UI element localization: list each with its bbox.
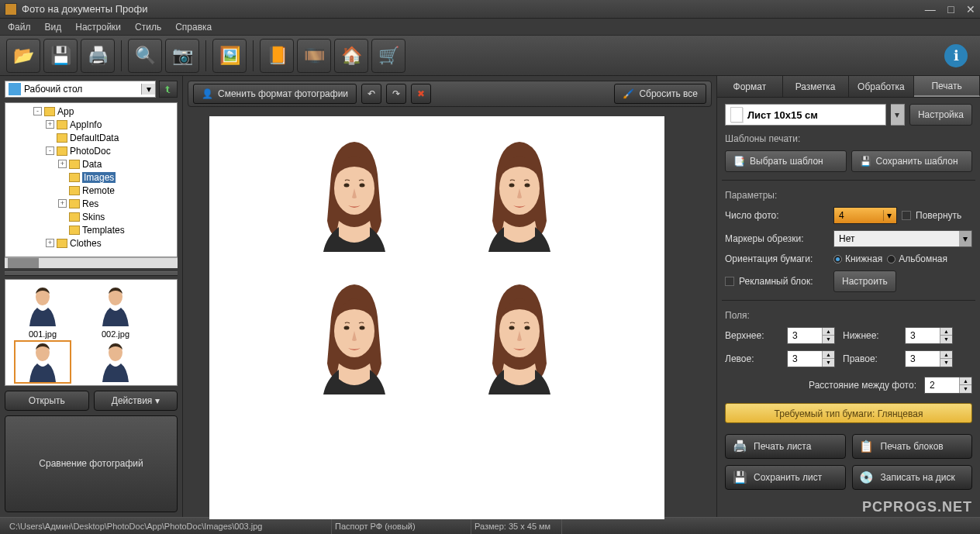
thumbnail-item[interactable]: 003.jpg xyxy=(7,340,78,386)
location-combo[interactable]: Рабочий стол ▾ xyxy=(5,81,156,98)
tab-layout[interactable]: Разметка xyxy=(783,76,849,97)
rotate-label: Повернуть xyxy=(916,210,961,221)
info-button[interactable]: ℹ xyxy=(944,44,968,67)
menu-style[interactable]: Стиль xyxy=(135,22,161,33)
open-folder-button[interactable]: 📂 xyxy=(6,39,40,73)
paper-dropdown-icon[interactable]: ▾ xyxy=(891,104,905,126)
thumbnail-item[interactable]: 001.jpg xyxy=(7,284,78,339)
tree-item[interactable]: +AppInfo xyxy=(5,118,177,131)
canvas[interactable] xyxy=(188,112,712,512)
tree-item[interactable]: +Res xyxy=(5,197,177,210)
left-panel: Рабочий стол ▾ ⮬ -App+AppInfoDefaultData… xyxy=(0,76,183,517)
paper-size-combo[interactable]: Лист 10x15 см xyxy=(725,104,886,126)
tree-label: AppInfo xyxy=(70,119,102,130)
print-sheet-button[interactable]: 🖨️Печать листа xyxy=(725,434,846,459)
save-sheet-button[interactable]: 💾Сохранить лист xyxy=(725,465,846,490)
menu-view[interactable]: Вид xyxy=(45,22,62,33)
margin-top-spinner[interactable]: 3▲▼ xyxy=(787,327,835,344)
folder-tree[interactable]: -App+AppInfoDefaultData-PhotoDoc+DataIma… xyxy=(5,102,178,257)
tree-expander[interactable]: - xyxy=(33,107,42,115)
save-button[interactable]: 💾 xyxy=(43,39,78,73)
tree-item[interactable]: Remote xyxy=(5,184,177,197)
photo-cell[interactable] xyxy=(444,124,595,256)
help-button[interactable]: 📙 xyxy=(260,39,294,73)
tree-expander[interactable]: + xyxy=(58,199,67,208)
rotate-checkbox[interactable] xyxy=(902,211,911,220)
photo-cell[interactable] xyxy=(444,267,595,398)
tree-label: Res xyxy=(82,198,98,209)
zoom-button[interactable]: 🔍 xyxy=(128,39,162,73)
crop-markers-combo[interactable]: Нет▾ xyxy=(833,230,972,247)
tab-format[interactable]: Формат xyxy=(717,76,783,97)
tab-processing[interactable]: Обработка xyxy=(849,76,915,97)
photo-cell[interactable] xyxy=(279,267,430,398)
menu-file[interactable]: Файл xyxy=(8,22,31,33)
location-dropdown-icon[interactable]: ▾ xyxy=(141,84,155,95)
tree-expander[interactable]: + xyxy=(46,239,54,247)
tree-item[interactable]: Templates xyxy=(5,223,177,236)
home-button[interactable]: 🏠 xyxy=(334,39,368,73)
menu-help[interactable]: Справка xyxy=(175,22,212,33)
tree-item[interactable]: +Clothes xyxy=(5,236,177,250)
cart-button[interactable]: 🛒 xyxy=(371,39,405,73)
rotate-left-button[interactable]: ↶ xyxy=(361,84,381,104)
thumbnail-item[interactable]: 002.jpg xyxy=(80,284,151,339)
thumbnail-item[interactable]: 6.jpg xyxy=(80,340,151,386)
status-path: C:\Users\Админ\Desktop\PhotoDoc\App\Phot… xyxy=(6,518,332,534)
margins-label: Поля: xyxy=(725,310,972,321)
tree-expander[interactable]: + xyxy=(58,160,67,168)
open-file-button[interactable]: Открыть xyxy=(5,391,89,411)
folder-icon xyxy=(69,173,80,182)
reset-all-button[interactable]: 🖌️ Сбросить все xyxy=(614,84,706,104)
tree-item[interactable]: DefaultData xyxy=(5,131,177,144)
tab-print[interactable]: Печать xyxy=(914,76,980,97)
rotate-right-button[interactable]: ↷ xyxy=(386,84,406,104)
choose-template-button[interactable]: 📑Выбрать шаблон xyxy=(725,150,847,172)
blocks-icon: 📋 xyxy=(859,439,875,454)
orientation-landscape-radio[interactable]: Альбомная xyxy=(887,253,947,264)
maximize-button[interactable]: □ xyxy=(947,3,954,16)
close-button[interactable]: ✕ xyxy=(966,3,975,16)
menu-settings[interactable]: Настройки xyxy=(75,22,121,33)
thumbnail-filename: 003.jpg xyxy=(7,385,78,386)
tree-item[interactable]: Images xyxy=(5,171,177,184)
splitter[interactable] xyxy=(5,271,178,276)
save-template-button[interactable]: 💾Сохранить шаблон xyxy=(851,150,973,172)
right-tabs: Формат Разметка Обработка Печать xyxy=(717,76,980,98)
change-format-button[interactable]: 👤 Сменить формат фотографии xyxy=(193,84,357,104)
margin-bottom-spinner[interactable]: 3▲▼ xyxy=(905,327,953,344)
thumbnails: 001.jpg002.jpg003.jpg6.jpg xyxy=(5,279,178,386)
paper-type-banner: Требуемый тип бумаги: Глянцевая xyxy=(725,403,972,423)
video-button[interactable]: 🎞️ xyxy=(297,39,331,73)
photo-cell[interactable] xyxy=(279,124,430,256)
photo-view-button[interactable]: 🖼️ xyxy=(212,39,247,73)
ad-block-checkbox[interactable] xyxy=(725,277,734,286)
orientation-portrait-radio[interactable]: Книжная xyxy=(833,253,882,264)
configure-ad-button[interactable]: Настроить xyxy=(833,270,896,292)
compare-photos-button[interactable]: Сравнение фотографий xyxy=(5,415,178,513)
print-sheet xyxy=(209,116,664,519)
margin-right-spinner[interactable]: 3▲▼ xyxy=(905,350,953,367)
tree-label: Clothes xyxy=(70,238,102,249)
print-button[interactable]: 🖨️ xyxy=(81,39,115,73)
location-text: Рабочий стол xyxy=(24,84,141,95)
tree-item[interactable]: Skins xyxy=(5,210,177,223)
tree-item[interactable]: -App xyxy=(5,105,177,118)
print-blocks-button[interactable]: 📋Печать блоков xyxy=(852,434,973,459)
tree-expander[interactable]: + xyxy=(46,120,54,129)
tree-item[interactable]: -PhotoDoc xyxy=(5,144,177,157)
gap-spinner[interactable]: 2▲▼ xyxy=(924,377,972,394)
burn-disc-button[interactable]: 💿Записать на диск xyxy=(852,465,973,490)
tree-scrollbar[interactable] xyxy=(5,257,178,268)
delete-button[interactable]: ✖ xyxy=(411,84,431,104)
actions-button[interactable]: Действия ▾ xyxy=(94,391,178,411)
thumbnail-filename: 001.jpg xyxy=(7,329,78,339)
tree-expander[interactable]: - xyxy=(46,146,54,155)
camera-button[interactable]: 📷 xyxy=(165,39,199,73)
minimize-button[interactable]: — xyxy=(925,3,936,16)
folder-up-button[interactable]: ⮬ xyxy=(159,81,178,98)
paper-settings-button[interactable]: Настройка xyxy=(909,104,972,126)
margin-left-spinner[interactable]: 3▲▼ xyxy=(787,350,835,367)
photo-count-combo[interactable]: 4▾ xyxy=(833,207,897,224)
tree-item[interactable]: +Data xyxy=(5,157,177,171)
